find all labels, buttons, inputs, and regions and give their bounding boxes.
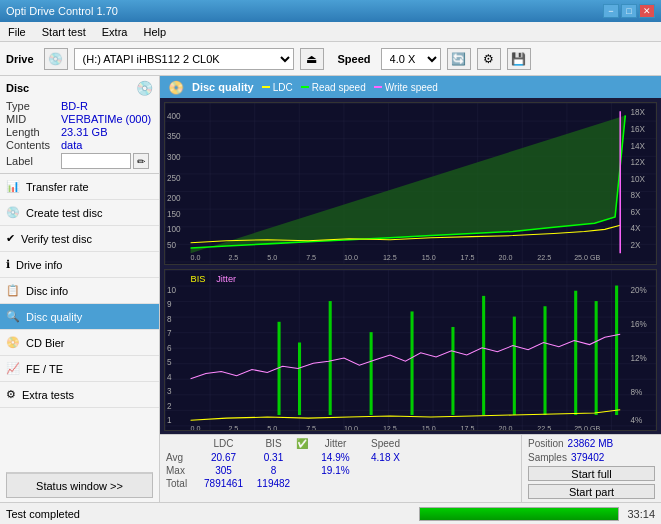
check-space: ✅ <box>296 438 308 449</box>
total-row: Total 7891461 119482 <box>166 478 515 489</box>
maximize-button[interactable]: □ <box>621 4 637 18</box>
svg-rect-56 <box>513 316 516 414</box>
sidebar-item-disc-quality[interactable]: 🔍 Disc quality <box>0 304 159 330</box>
svg-text:400: 400 <box>167 111 181 120</box>
svg-text:3: 3 <box>167 387 172 396</box>
length-value: 23.31 GB <box>61 126 107 138</box>
top-chart-svg: 400 350 300 250 200 150 100 50 18X 16X 1… <box>165 103 656 264</box>
max-ldc: 305 <box>196 465 251 476</box>
svg-text:5.0: 5.0 <box>267 423 277 430</box>
menu-start-test[interactable]: Start test <box>38 24 90 40</box>
sidebar-item-fe-te[interactable]: 📈 FE / TE <box>0 356 159 382</box>
sidebar-item-verify-test-disc[interactable]: ✔ Verify test disc <box>0 226 159 252</box>
svg-text:2X: 2X <box>630 241 641 250</box>
svg-text:10.0: 10.0 <box>344 423 358 430</box>
sidebar-item-create-test-disc[interactable]: 💿 Create test disc <box>0 200 159 226</box>
svg-text:20%: 20% <box>630 285 647 294</box>
stats-right: Position 23862 MB Samples 379402 Start f… <box>521 435 661 502</box>
app-title: Opti Drive Control 1.70 <box>6 5 118 17</box>
max-label: Max <box>166 465 196 476</box>
total-bis: 119482 <box>251 478 296 489</box>
minimize-button[interactable]: − <box>603 4 619 18</box>
toolbar: Drive 💿 (H:) ATAPI iHBS112 2 CL0K ⏏ Spee… <box>0 42 661 76</box>
start-full-button[interactable]: Start full <box>528 466 655 481</box>
write-label: Write speed <box>385 82 438 93</box>
read-label: Read speed <box>312 82 366 93</box>
save-button[interactable]: 💾 <box>507 48 531 70</box>
sidebar-item-disc-info[interactable]: 📋 Disc info <box>0 278 159 304</box>
disc-quality-icon: 🔍 <box>6 310 20 323</box>
svg-text:200: 200 <box>167 194 181 203</box>
eject-button[interactable]: ⏏ <box>300 48 324 70</box>
position-row: Position 23862 MB <box>528 438 655 449</box>
svg-rect-60 <box>615 285 618 414</box>
time-display: 33:14 <box>627 508 655 520</box>
drive-select[interactable]: (H:) ATAPI iHBS112 2 CL0K <box>74 48 294 70</box>
svg-rect-50 <box>298 342 301 415</box>
svg-text:50: 50 <box>167 241 177 250</box>
svg-text:15.0: 15.0 <box>422 253 436 262</box>
svg-text:12.5: 12.5 <box>383 253 397 262</box>
disc-label-input[interactable] <box>61 153 131 169</box>
max-jitter: 19.1% <box>308 465 363 476</box>
length-label: Length <box>6 126 61 138</box>
fe-te-icon: 📈 <box>6 362 20 375</box>
svg-text:5: 5 <box>167 358 172 367</box>
svg-text:12X: 12X <box>630 158 645 167</box>
sidebar-item-transfer-rate[interactable]: 📊 Transfer rate <box>0 174 159 200</box>
contents-value: data <box>61 139 82 151</box>
drive-info-icon: ℹ <box>6 258 10 271</box>
svg-rect-58 <box>574 290 577 414</box>
svg-text:0.0: 0.0 <box>191 423 201 430</box>
menu-extra[interactable]: Extra <box>98 24 132 40</box>
svg-text:150: 150 <box>167 210 181 219</box>
legend-write: Write speed <box>374 82 438 93</box>
sidebar-item-extra-tests[interactable]: ⚙ Extra tests <box>0 382 159 408</box>
avg-row: Avg 20.67 0.31 14.9% 4.18 X <box>166 452 515 463</box>
legend-read: Read speed <box>301 82 366 93</box>
start-part-button[interactable]: Start part <box>528 484 655 499</box>
sidebar-item-cd-bier[interactable]: 📀 CD Bier <box>0 330 159 356</box>
chart-header: 📀 Disc quality LDC Read speed Write spee… <box>160 76 661 98</box>
svg-text:250: 250 <box>167 174 181 183</box>
create-test-disc-icon: 💿 <box>6 206 20 219</box>
sidebar-item-drive-info[interactable]: ℹ Drive info <box>0 252 159 278</box>
svg-text:10.0: 10.0 <box>344 253 358 262</box>
legend-ldc: LDC <box>262 82 293 93</box>
menu-file[interactable]: File <box>4 24 30 40</box>
svg-rect-53 <box>411 311 414 415</box>
status-window-button[interactable]: Status window >> <box>6 472 153 498</box>
svg-text:6X: 6X <box>630 208 641 217</box>
speed-header-stat: Speed <box>363 438 408 449</box>
svg-text:4%: 4% <box>630 416 642 425</box>
status-text: Test completed <box>6 508 411 520</box>
svg-text:18X: 18X <box>630 108 645 117</box>
drive-icon-button[interactable]: 💿 <box>44 48 68 70</box>
progress-bar <box>419 507 619 521</box>
write-dot <box>374 86 382 88</box>
disc-info-label: Disc info <box>26 285 68 297</box>
mid-value: VERBATIMe (000) <box>61 113 151 125</box>
status-bar: Test completed 33:14 <box>0 502 661 524</box>
right-panel: 📀 Disc quality LDC Read speed Write spee… <box>160 76 661 502</box>
settings-button[interactable]: ⚙ <box>477 48 501 70</box>
refresh-button[interactable]: 🔄 <box>447 48 471 70</box>
avg-bis: 0.31 <box>251 452 296 463</box>
svg-text:16%: 16% <box>630 319 647 328</box>
sidebar: Disc 💿 Type BD-R MID VERBATIMe (000) Len… <box>0 76 160 502</box>
menu-help[interactable]: Help <box>139 24 170 40</box>
main-content: Disc 💿 Type BD-R MID VERBATIMe (000) Len… <box>0 76 661 502</box>
speed-select[interactable]: 4.0 X <box>381 48 441 70</box>
ldc-header: LDC <box>196 438 251 449</box>
svg-rect-51 <box>329 301 332 415</box>
disc-label-button[interactable]: ✏ <box>133 153 149 169</box>
ldc-dot <box>262 86 270 88</box>
svg-text:9: 9 <box>167 300 172 309</box>
extra-tests-icon: ⚙ <box>6 388 16 401</box>
drive-info-label: Drive info <box>16 259 62 271</box>
close-button[interactable]: ✕ <box>639 4 655 18</box>
svg-text:8X: 8X <box>630 191 641 200</box>
drive-label: Drive <box>6 53 34 65</box>
svg-text:25.0 GB: 25.0 GB <box>574 423 600 430</box>
type-value: BD-R <box>61 100 88 112</box>
